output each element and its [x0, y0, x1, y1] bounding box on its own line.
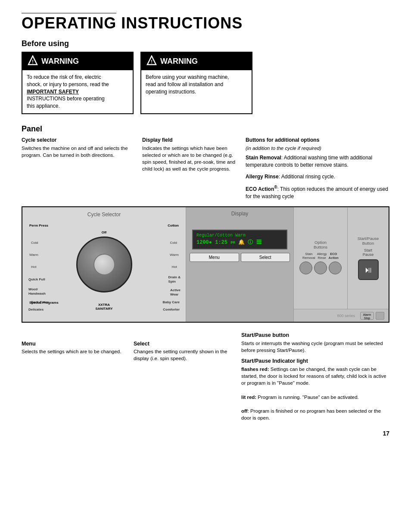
start-pause-indicator-text: flashes red: Settings can be changed, th…: [241, 366, 389, 421]
series-label: 800 series: [337, 314, 357, 318]
aux-buttons: AlarmStop: [360, 312, 384, 320]
off-indicator-label: off: [241, 408, 248, 414]
baby-care-label: Baby Care: [162, 300, 180, 304]
hot-right-label: Hot: [172, 265, 177, 269]
display-box: Regular/Cotton Warm 1200● 1:25 PM 🔔 ⓘ ☰: [192, 230, 287, 249]
stain-removal-col: StainRemoval: [302, 252, 315, 260]
display-region-label: Display: [190, 211, 290, 217]
title-rule-container: [22, 13, 389, 13]
active-wear-label: ActiveWear: [170, 288, 181, 296]
eco-action-btn-label: ECOAction: [329, 252, 339, 260]
display-field-ann-text: Indicates the settings which have been s…: [142, 145, 241, 172]
cycle-selector-ann-text: Switches the machine on and off and sele…: [22, 145, 142, 159]
page-number: 17: [22, 430, 389, 437]
before-using-title: Before using: [22, 39, 389, 48]
select-callout-text: Changes the setting currently shown in t…: [134, 348, 237, 362]
warm-left-label: Warm: [29, 253, 38, 257]
callout-start-pause: Start/Pause button Starts or interrupts …: [241, 328, 389, 421]
title-rule: [22, 13, 116, 13]
start-pause-indicator-title: Start/Pause Indicator light: [241, 358, 389, 364]
ann-stain-removal: Stain Removal: Additional washing time w…: [246, 154, 389, 169]
start-pause-btn-callout-title: Start/Pause button: [241, 332, 389, 338]
callout-select: Select Changes the setting currently sho…: [134, 328, 241, 421]
cold-right-label: Cold: [170, 241, 177, 245]
stain-removal-label: Stain Removal: [246, 155, 281, 161]
eco-action-col: ECOAction: [329, 252, 339, 260]
flashes-red-label: flashes red:: [241, 367, 269, 372]
quick-full-label: Quick Full: [28, 277, 45, 281]
start-pause-region: Start/PauseButton StartPause ⏯: [348, 207, 389, 309]
aux-button-2[interactable]: [376, 312, 384, 320]
cycle-selector-region-label: Cycle Selector: [27, 212, 181, 218]
warning1-text: To reduce the risk of fire, electric sho…: [27, 74, 109, 109]
panel-right-inner: OptionButtons StainRemoval AllergyRinse …: [294, 207, 389, 309]
off-indicator-text: : Program is finished or no program has …: [241, 408, 381, 420]
wool-handwash-label: Wool/Handwash: [28, 287, 46, 296]
menu-button[interactable]: Menu: [190, 253, 239, 262]
panel-center: Display Regular/Cotton Warm 1200● 1:25 P…: [186, 207, 294, 322]
drain-spin-label: Drain &Spin: [168, 275, 181, 283]
stain-removal-button[interactable]: [299, 261, 312, 274]
menu-callout-text: Selects the settings which are to be cha…: [22, 348, 129, 355]
start-pause-btn-callout-text: Starts or interrupts the washing cycle (…: [241, 340, 389, 354]
lit-red-text: Program is running. "Pause" can be activ…: [256, 395, 359, 400]
start-pause-button[interactable]: ⏯: [358, 259, 379, 280]
buttons-ann-subtitle: (in addition to the cycle if required): [246, 145, 389, 152]
comforter-label: Comforter: [163, 308, 180, 311]
delicates-label: Delicates: [28, 308, 44, 311]
ann-buttons: Buttons for additional options (in addit…: [241, 137, 389, 205]
cotton-prog-label: Cotton: [168, 224, 179, 227]
allergy-rinse-text: : Additional rinsing cycle.: [279, 174, 335, 180]
cycle-selector-ann-title: Cycle selector: [22, 137, 142, 143]
warning-box-2: ! WARNING Before using your washing mach…: [140, 52, 252, 114]
warning-header-2: ! WARNING: [141, 53, 252, 70]
lit-red-label: lit red:: [241, 395, 256, 400]
dial-outer[interactable]: [76, 236, 132, 292]
eco-action-button[interactable]: [329, 261, 342, 274]
select-button[interactable]: Select: [241, 253, 290, 262]
hot-left-label: Hot: [31, 265, 36, 269]
ann-display-field: Display field Indicates the settings whi…: [142, 137, 241, 205]
warning-body-2: Before using your washing machine, read …: [141, 70, 252, 99]
option-labels-row: StainRemoval AllergyRinse ECOAction: [302, 252, 339, 260]
buttons-ann-title: Buttons for additional options: [246, 137, 389, 143]
warnings-row: ! WARNING To reduce the risk of fire, el…: [22, 52, 389, 114]
warning-header-1: ! WARNING: [22, 53, 133, 70]
select-callout-title: Select: [134, 341, 237, 347]
svg-text:!: !: [32, 59, 34, 64]
start-pause-region-label: Start/PauseButton: [358, 236, 379, 246]
washer-diagram: Cycle Selector Perm Press Cotton Cold Wa…: [22, 206, 389, 323]
ann-cycle-selector: Cycle selector Switches the machine on a…: [22, 137, 142, 205]
special-programs-label: Special Programs: [29, 301, 59, 305]
top-annotations: Cycle selector Switches the machine on a…: [22, 137, 389, 205]
display-field-ann-title: Display field: [142, 137, 241, 143]
allergy-rinse-col: AllergyRinse: [317, 252, 327, 260]
start-pause-btn-wrapper: ⏯: [358, 259, 379, 280]
allergy-rinse-label: Allergy Rinse: [246, 174, 279, 180]
stain-removal-btn-label: StainRemoval: [302, 252, 315, 260]
display-bottom-line: 1200● 1:25 PM 🔔 ⓘ ☰: [196, 239, 283, 246]
warning-label-2: WARNING: [160, 57, 198, 66]
cold-left-label: Cold: [31, 241, 38, 245]
page-title: OPERATING INSTRUCTIONS: [22, 14, 389, 32]
allergy-rinse-button[interactable]: [314, 261, 327, 274]
callout-menu: Menu Selects the settings which are to b…: [22, 328, 134, 421]
warning-body-1: To reduce the risk of fire, electric sho…: [22, 70, 133, 113]
menu-callout-title: Menu: [22, 341, 129, 347]
ann-allergy-rinse: Allergy Rinse: Additional rinsing cycle.: [246, 173, 389, 180]
page: OPERATING INSTRUCTIONS Before using ! WA…: [22, 13, 389, 437]
alarm-stop-button[interactable]: AlarmStop: [360, 312, 374, 320]
warning-triangle-icon-1: !: [28, 55, 38, 68]
off-label: Off: [102, 230, 107, 234]
warning-label-1: WARNING: [41, 57, 79, 66]
eco-action-btn-col: [329, 261, 342, 274]
eco-action-label: ECO Action®: [246, 186, 277, 192]
panel-left: Cycle Selector Perm Press Cotton Cold Wa…: [22, 207, 186, 322]
panel-section-title: Panel: [22, 124, 389, 134]
display-top-line: Regular/Cotton Warm: [196, 233, 283, 238]
stain-removal-btn-col: [299, 261, 312, 274]
panel-bottom-strip: 800 series AlarmStop: [294, 309, 389, 322]
xxtra-sanitary-label: XXTRASANITARY: [96, 303, 113, 311]
panel-right: OptionButtons StainRemoval AllergyRinse …: [294, 207, 389, 322]
option-buttons-region-label: OptionButtons: [314, 240, 327, 249]
